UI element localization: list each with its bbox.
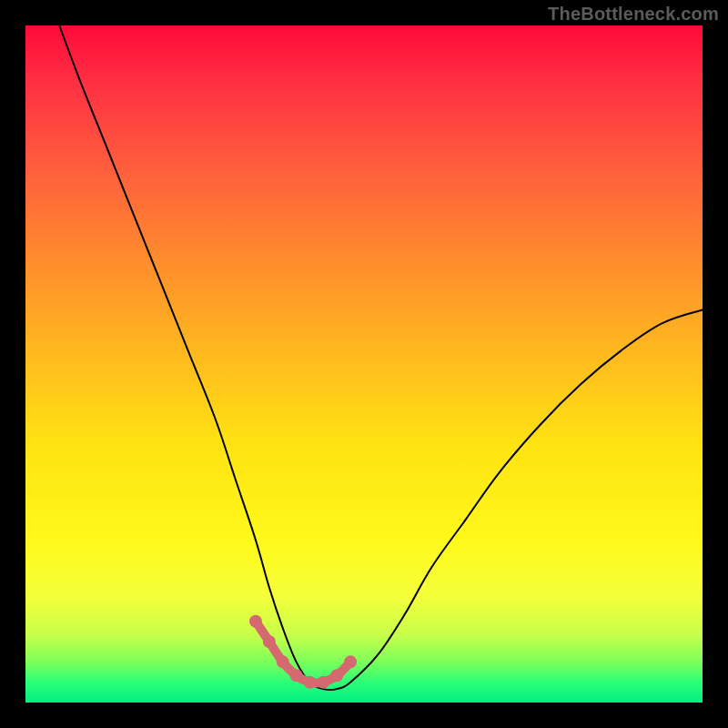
bottleneck-curve xyxy=(59,25,703,690)
bottleneck-curve-svg xyxy=(25,25,703,703)
chart-frame: TheBottleneck.com xyxy=(0,0,728,728)
notch-marker-dot xyxy=(263,635,276,648)
notch-marker-dot xyxy=(344,655,357,668)
notch-marker-dot xyxy=(277,655,289,668)
notch-marker-dot xyxy=(330,669,343,682)
notch-marker-dot xyxy=(303,676,316,689)
plot-area xyxy=(25,25,703,703)
notch-marker-dot xyxy=(290,669,303,682)
watermark-text: TheBottleneck.com xyxy=(548,4,719,25)
notch-marker-dot xyxy=(317,676,329,689)
notch-marker-dot xyxy=(249,615,262,628)
